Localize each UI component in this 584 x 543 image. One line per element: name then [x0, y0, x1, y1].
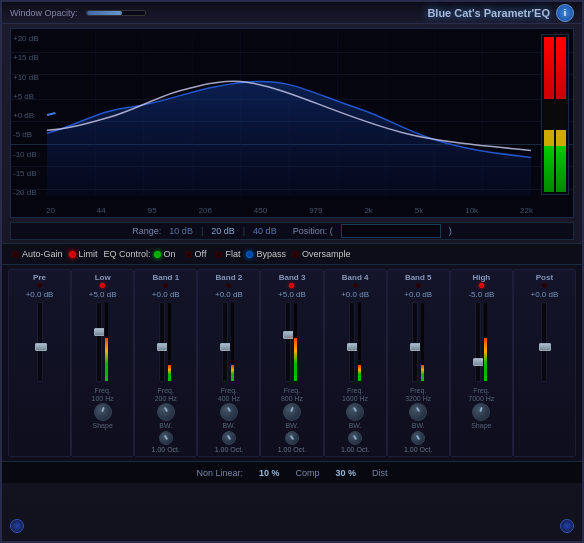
strip-led-1[interactable] — [100, 283, 105, 288]
knob-area-2: Freq.200 Hz BW. 1.00 Oct. — [152, 387, 180, 453]
info-icon[interactable]: i — [556, 4, 574, 22]
opacity-label: Window Opacity: — [10, 8, 78, 18]
meter-strip-6 — [420, 302, 425, 382]
bw-value-3: 1.00 Oct. — [215, 446, 243, 453]
strip-fader-area-6 — [412, 302, 425, 382]
position-input[interactable] — [341, 224, 441, 238]
oversample-led[interactable] — [292, 251, 299, 258]
knob-area-3: Freq.400 Hz BW. 1.00 Oct. — [215, 387, 243, 453]
auto-gain-control: Auto-Gain — [12, 249, 63, 259]
auto-gain-led[interactable] — [12, 251, 19, 258]
range-40db[interactable]: 40 dB — [253, 226, 277, 236]
eq-display[interactable]: +20 dB +15 dB +10 dB +5 dB +0 dB -5 dB -… — [10, 28, 574, 218]
range-10db[interactable]: 10 dB — [169, 226, 193, 236]
bw-value-4: 1.00 Oct. — [278, 446, 306, 453]
strip-fader-area-3 — [222, 302, 235, 382]
bw-label-2: BW. — [159, 422, 172, 430]
knob-area-6: Freq.3200 Hz BW. 1.00 Oct. — [404, 387, 432, 453]
fader-track-8[interactable] — [541, 302, 547, 382]
strip-db-4: +5.0 dB — [278, 290, 306, 299]
comp-label: Comp — [296, 468, 320, 478]
bw-knob-4[interactable] — [285, 431, 299, 445]
strip-db-5: +0.0 dB — [341, 290, 369, 299]
fader-track-6[interactable] — [412, 302, 418, 382]
eq-flat-label: Flat — [225, 249, 240, 259]
freq-knob-7[interactable] — [472, 403, 490, 421]
meter-red-right — [556, 37, 566, 99]
range-20db[interactable]: 20 dB — [211, 226, 235, 236]
bw-knob-3[interactable] — [222, 431, 236, 445]
meter-strip-5 — [357, 302, 362, 382]
freq-knob-2[interactable] — [157, 403, 175, 421]
freq-knob-4[interactable] — [283, 403, 301, 421]
bw-knob-2[interactable] — [159, 431, 173, 445]
knob-label-7: Freq.7000 Hz — [468, 387, 494, 402]
fader-track-5[interactable] — [349, 302, 355, 382]
bottom-bar: Non Linear: 10 % Comp 30 % Dist — [2, 461, 582, 483]
strip-led-4[interactable] — [289, 283, 294, 288]
strip-band-4: Band 4 +0.0 dB Freq.1600 Hz BW. 1.00 Oct… — [324, 269, 387, 457]
knob-label-1: Freq.100 Hz — [92, 387, 114, 402]
meter-strip-4 — [293, 302, 298, 382]
strip-db-3: +0.0 dB — [215, 290, 243, 299]
opacity-slider[interactable] — [86, 10, 146, 16]
strip-fader-area-0 — [37, 302, 43, 382]
fader-track-2[interactable] — [159, 302, 165, 382]
strip-db-1: +5.0 dB — [89, 290, 117, 299]
bw-value-5: 1.00 Oct. — [341, 446, 369, 453]
eq-on-led[interactable] — [154, 251, 161, 258]
strip-db-6: +0.0 dB — [404, 290, 432, 299]
fader-handle-0[interactable] — [35, 343, 47, 351]
strip-high: High -5.0 dB Freq.7000 Hz Shape — [450, 269, 513, 457]
strip-pre: Pre +0.0 dB — [8, 269, 71, 457]
meter-yellow-left — [544, 130, 554, 146]
meter-bar-left — [544, 37, 554, 192]
dist-label: Dist — [372, 468, 388, 478]
strip-fader-area-8 — [541, 302, 547, 382]
strip-post: Post +0.0 dB — [513, 269, 576, 457]
bw-value-2: 1.00 Oct. — [152, 446, 180, 453]
limit-led[interactable] — [69, 251, 76, 258]
strip-led-2[interactable] — [163, 283, 168, 288]
freq-knob-1[interactable] — [94, 403, 112, 421]
fader-track-4[interactable] — [285, 302, 291, 382]
freq-knob-6[interactable] — [409, 403, 427, 421]
fader-track-7[interactable] — [475, 302, 481, 382]
bw-knob-6[interactable] — [411, 431, 425, 445]
strip-name-7: High — [472, 273, 490, 282]
meter-fill-1 — [105, 338, 108, 381]
strip-name-1: Low — [95, 273, 111, 282]
bw-knob-5[interactable] — [348, 431, 362, 445]
freq-knob-5[interactable] — [346, 403, 364, 421]
strip-led-8[interactable] — [542, 283, 547, 288]
strip-led-7[interactable] — [479, 283, 484, 288]
fader-handle-8[interactable] — [539, 343, 551, 351]
strip-band-2: Band 2 +0.0 dB Freq.400 Hz BW. 1.00 Oct. — [197, 269, 260, 457]
meter-green-left — [544, 146, 554, 193]
strip-fader-area-2 — [159, 302, 172, 382]
strip-led-3[interactable] — [226, 283, 231, 288]
strip-band-1: Band 1 +0.0 dB Freq.200 Hz BW. 1.00 Oct. — [134, 269, 197, 457]
strip-led-0[interactable] — [37, 283, 42, 288]
strip-name-0: Pre — [33, 273, 46, 282]
eq-off-led[interactable] — [185, 251, 192, 258]
knob-label-2: Freq.200 Hz — [155, 387, 177, 402]
strip-led-6[interactable] — [416, 283, 421, 288]
app-title: Blue Cat's Parametr'EQ — [427, 7, 550, 19]
fader-track-1[interactable] — [96, 302, 102, 382]
bypass-led[interactable] — [246, 251, 253, 258]
meter-strip-7 — [483, 302, 488, 382]
meter-yellow-right — [556, 130, 566, 146]
strip-db-7: -5.0 dB — [468, 290, 494, 299]
freq-labels: 20 44 95 206 450 979 2k 5k 10k 22k — [46, 206, 533, 215]
freq-knob-3[interactable] — [220, 403, 238, 421]
svg-line-9 — [47, 113, 55, 115]
knob-area-5: Freq.1600 Hz BW. 1.00 Oct. — [341, 387, 369, 453]
eq-flat-led[interactable] — [215, 251, 222, 258]
fader-track-3[interactable] — [222, 302, 228, 382]
eq-off-label: Off — [195, 249, 207, 259]
controls-row: Auto-Gain Limit EQ Control: On Off Flat … — [2, 243, 582, 265]
strip-led-5[interactable] — [353, 283, 358, 288]
fader-track-0[interactable] — [37, 302, 43, 382]
bw-label-3: BW. — [222, 422, 235, 430]
